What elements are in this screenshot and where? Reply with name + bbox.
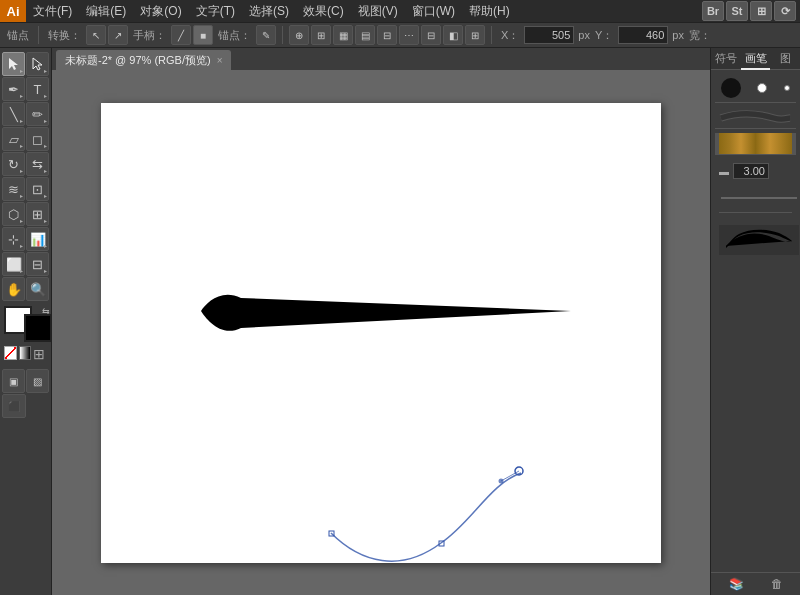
rotate-tool[interactable]: ↻▸ <box>2 152 25 176</box>
brush-dot-large[interactable] <box>721 78 741 98</box>
toolbar-btn-3[interactable]: ⊕ <box>289 25 309 45</box>
right-panel: 符号 画笔 图 ▬ <box>710 48 800 595</box>
handle-btn-active[interactable]: ■ <box>193 25 213 45</box>
tool-row-5: ↻▸ ⇆▸ <box>2 152 49 176</box>
shape-builder-tool[interactable]: ⬡▸ <box>2 202 25 226</box>
tab-bar: 未标题-2* @ 97% (RGB/预览) × <box>52 48 710 70</box>
main-area: ▸ ▸ ✒▸ T▸ ╲▸ ✏▸ ▱▸ ◻▸ ↻▸ ⇆▸ ≋▸ ⊡▸ ⬡▸ <box>0 48 800 595</box>
x-label: X： <box>498 28 522 43</box>
gradient-icon[interactable] <box>19 346 32 360</box>
tool-row-1: ▸ ▸ <box>2 52 49 76</box>
art-canvas[interactable] <box>101 103 661 563</box>
transform-label: 转换： <box>45 28 84 43</box>
brush-line-divider <box>719 191 792 213</box>
menu-effect[interactable]: 效果(C) <box>296 0 351 22</box>
anchor-tool-btn[interactable]: ✎ <box>256 25 276 45</box>
draw-behind-icon[interactable]: ▨ <box>26 369 49 393</box>
toolbar-btn-8[interactable]: ⋯ <box>399 25 419 45</box>
menu-help[interactable]: 帮助(H) <box>462 0 517 22</box>
hand-tool[interactable]: ✋ <box>2 277 25 301</box>
curve-stroke-svg <box>301 453 551 583</box>
menu-text[interactable]: 文字(T) <box>189 0 242 22</box>
y-input[interactable] <box>618 26 668 44</box>
toolbar: 锚点 转换： ↖ ↗ 手柄： ╱ ■ 锚点： ✎ ⊕ ⊞ ▦ ▤ ⊟ ⋯ ⊟ ◧… <box>0 22 800 48</box>
menu-edit[interactable]: 编辑(E) <box>79 0 133 22</box>
reflect-tool[interactable]: ⇆▸ <box>26 152 49 176</box>
draw-normal-icon[interactable]: ▣ <box>2 369 25 393</box>
svg-line-5 <box>501 471 519 481</box>
x-unit: px <box>576 29 590 41</box>
eraser-tool[interactable]: ◻▸ <box>26 127 49 151</box>
brush-dot-medium[interactable] <box>757 83 767 93</box>
svg-marker-1 <box>33 58 42 70</box>
tab-graphic[interactable]: 图 <box>770 48 800 70</box>
brush-panel: ▬ <box>711 70 800 263</box>
menu-object[interactable]: 对象(O) <box>133 0 188 22</box>
toolbar-btn-10[interactable]: ◧ <box>443 25 463 45</box>
line-tool[interactable]: ╲▸ <box>2 102 25 126</box>
pattern-icon[interactable]: ⊞ <box>33 346 47 362</box>
brush-size-row: ▬ <box>715 159 796 183</box>
right-panel-footer: 📚 🗑 <box>711 572 800 595</box>
brush-list-item-texture[interactable] <box>715 133 796 155</box>
tab-symbol[interactable]: 符号 <box>711 48 741 70</box>
transform-btn-1[interactable]: ↖ <box>86 25 106 45</box>
tool-row-2: ✒▸ T▸ <box>2 77 49 101</box>
x-input[interactable] <box>524 26 574 44</box>
paint-bucket-tool[interactable]: ▱▸ <box>2 127 25 151</box>
type-tool[interactable]: T▸ <box>26 77 49 101</box>
transform-btn-2[interactable]: ↗ <box>108 25 128 45</box>
menu-select[interactable]: 选择(S) <box>242 0 296 22</box>
canvas-wrap[interactable] <box>52 70 710 595</box>
chart-tool[interactable]: 📊▸ <box>26 227 49 251</box>
pen-tool[interactable]: ✒▸ <box>2 77 25 101</box>
tab-brush[interactable]: 画笔 <box>741 48 771 70</box>
brush-stroke-svg <box>201 283 581 343</box>
free-transform-tool[interactable]: ⊡▸ <box>26 177 49 201</box>
canvas-container: 未标题-2* @ 97% (RGB/预览) × <box>52 48 710 595</box>
pencil-tool[interactable]: ✏▸ <box>26 102 49 126</box>
brush-large-preview <box>719 225 799 255</box>
slice-tool[interactable]: ⊟▸ <box>26 252 49 276</box>
toolbar-btn-6[interactable]: ▤ <box>355 25 375 45</box>
artboard-tool[interactable]: ⬜▸ <box>2 252 25 276</box>
color-boxes: ⇆ <box>4 306 52 342</box>
zoom-tool[interactable]: 🔍 <box>26 277 49 301</box>
menu-window[interactable]: 窗口(W) <box>405 0 462 22</box>
tool-row-3: ╲▸ ✏▸ <box>2 102 49 126</box>
brush-size-input[interactable] <box>733 163 769 179</box>
right-panel-tabs: 符号 画笔 图 <box>711 48 800 70</box>
handle-btn-1[interactable]: ╱ <box>171 25 191 45</box>
tool-row-10: ✋ 🔍 <box>2 277 49 301</box>
sync-icon-btn[interactable]: ⟳ <box>774 1 796 21</box>
apps-icon-btn[interactable]: ⊞ <box>750 1 772 21</box>
brush-library-icon[interactable]: 📚 <box>729 577 744 591</box>
toolbar-btn-4[interactable]: ⊞ <box>311 25 331 45</box>
none-color-icon[interactable] <box>4 346 17 360</box>
anchor-label: 锚点 <box>4 28 32 43</box>
tab-close-btn[interactable]: × <box>217 55 223 66</box>
screen-mode-btn[interactable]: ⬛ <box>2 394 26 418</box>
perspective-tool[interactable]: ⊞▸ <box>26 202 49 226</box>
toolbox: ▸ ▸ ✒▸ T▸ ╲▸ ✏▸ ▱▸ ◻▸ ↻▸ ⇆▸ ≋▸ ⊡▸ ⬡▸ <box>0 48 52 595</box>
select-tool[interactable]: ▸ <box>2 52 25 76</box>
brush-list-item-1[interactable] <box>715 107 796 129</box>
svg-marker-0 <box>9 58 18 70</box>
stock-icon-btn[interactable]: St <box>726 1 748 21</box>
toolbar-btn-9[interactable]: ⊟ <box>421 25 441 45</box>
background-color[interactable] <box>24 314 52 342</box>
toolbar-btn-5[interactable]: ▦ <box>333 25 353 45</box>
document-tab[interactable]: 未标题-2* @ 97% (RGB/预览) × <box>56 50 231 70</box>
mesh-tool[interactable]: ⊹▸ <box>2 227 25 251</box>
toolbar-btn-7[interactable]: ⊟ <box>377 25 397 45</box>
add-brush-icon[interactable]: 🗑 <box>771 577 783 591</box>
y-label: Y： <box>592 28 616 43</box>
direct-select-tool[interactable]: ▸ <box>26 52 49 76</box>
bridge-icon-btn[interactable]: Br <box>702 1 724 21</box>
toolbar-btn-11[interactable]: ⊞ <box>465 25 485 45</box>
warp-tool[interactable]: ≋▸ <box>2 177 25 201</box>
brush-dot-small[interactable] <box>784 85 790 91</box>
menu-file[interactable]: 文件(F) <box>26 0 79 22</box>
menu-view[interactable]: 视图(V) <box>351 0 405 22</box>
tool-row-4: ▱▸ ◻▸ <box>2 127 49 151</box>
